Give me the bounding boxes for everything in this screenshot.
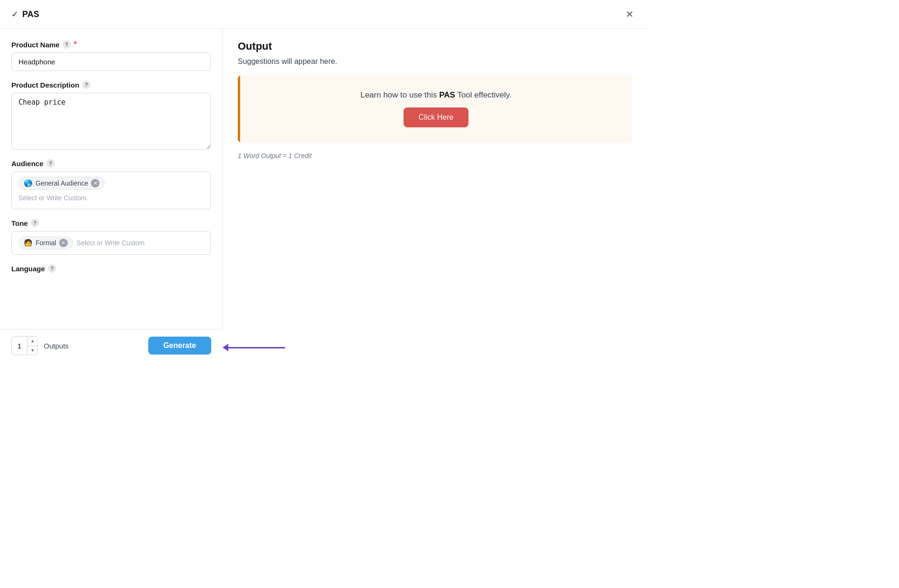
bottom-bar: 1 ▲ ▼ Outputs Generate — [0, 329, 223, 362]
audience-tag-emoji: 🌎 — [24, 179, 33, 187]
title-bar: ✓ PAS ✕ — [0, 0, 647, 29]
stepper-down-button[interactable]: ▼ — [27, 346, 37, 355]
right-panel: Output Suggestions will appear here. Lea… — [223, 29, 647, 362]
arrow-line — [228, 347, 285, 348]
page-title: PAS — [22, 9, 39, 19]
required-star: * — [74, 40, 77, 49]
language-section: Language ? — [11, 264, 211, 273]
tone-tag-formal: 🧑 Formal ✕ — [18, 236, 73, 249]
output-title: Output — [238, 40, 632, 53]
product-description-label-text: Product Description — [11, 81, 79, 89]
product-description-help-icon[interactable]: ? — [82, 80, 90, 89]
audience-label: Audience ? — [11, 159, 211, 168]
info-text-2: Tool effectively. — [455, 90, 512, 99]
product-name-label: Product Name ? * — [11, 40, 211, 49]
tone-help-icon[interactable]: ? — [31, 219, 39, 227]
info-box-text: Learn how to use this PAS Tool effective… — [360, 90, 512, 100]
main-layout: Product Name ? * Product Description ? C… — [0, 29, 647, 362]
tone-tag-emoji: 🧑 — [24, 239, 33, 247]
info-box: Learn how to use this PAS Tool effective… — [238, 75, 632, 143]
arrow-annotation — [223, 344, 285, 351]
product-name-label-text: Product Name — [11, 41, 60, 49]
audience-tags-row: 🌎 General Audience ✕ — [18, 177, 204, 190]
tone-field[interactable]: 🧑 Formal ✕ Select or Write Custom — [11, 231, 211, 255]
product-description-label: Product Description ? — [11, 80, 211, 89]
generate-button[interactable]: Generate — [148, 337, 211, 355]
info-box-content: Learn how to use this PAS Tool effective… — [240, 75, 632, 143]
arrow-head — [223, 344, 228, 351]
left-panel: Product Name ? * Product Description ? C… — [0, 29, 223, 362]
title-bar-left: ✓ PAS — [11, 9, 39, 19]
bottom-spacer — [11, 282, 211, 315]
product-name-help-icon[interactable]: ? — [63, 40, 71, 49]
audience-tag-text: General Audience — [36, 179, 88, 187]
language-label-text: Language — [11, 265, 45, 273]
outputs-value: 1 — [12, 342, 27, 350]
info-text-1: Learn how to use this — [360, 90, 439, 99]
tone-tag-text: Formal — [36, 239, 56, 247]
audience-section: Audience ? 🌎 General Audience ✕ Select o… — [11, 159, 211, 209]
tone-tag-remove-button[interactable]: ✕ — [59, 239, 68, 247]
audience-help-icon[interactable]: ? — [46, 159, 55, 168]
tone-label-text: Tone — [11, 219, 28, 227]
audience-tag-general: 🌎 General Audience ✕ — [18, 177, 105, 190]
click-here-button[interactable]: Click Here — [404, 107, 469, 127]
stepper-up-button[interactable]: ▲ — [27, 337, 37, 346]
product-name-section: Product Name ? * — [11, 40, 211, 71]
close-button[interactable]: ✕ — [624, 8, 636, 21]
outputs-stepper[interactable]: 1 ▲ ▼ — [11, 336, 38, 355]
product-name-input[interactable] — [11, 53, 211, 71]
info-text-bold: PAS — [439, 90, 455, 99]
credit-text: 1 Word Output = 1 Credit — [238, 152, 632, 160]
check-icon: ✓ — [11, 9, 18, 19]
suggestions-text: Suggestions will appear here. — [238, 57, 632, 66]
tone-label: Tone ? — [11, 219, 211, 227]
language-label: Language ? — [11, 264, 211, 273]
product-description-section: Product Description ? Cheap price — [11, 80, 211, 150]
stepper-arrows: ▲ ▼ — [27, 337, 37, 355]
tone-placeholder: Select or Write Custom — [77, 239, 145, 247]
tone-section: Tone ? 🧑 Formal ✕ Select or Write Custom — [11, 219, 211, 255]
audience-field[interactable]: 🌎 General Audience ✕ Select or Write Cus… — [11, 171, 211, 209]
audience-placeholder: Select or Write Custom — [18, 194, 87, 202]
audience-label-text: Audience — [11, 160, 44, 168]
product-description-input[interactable]: Cheap price — [11, 93, 211, 150]
language-help-icon[interactable]: ? — [48, 264, 56, 273]
outputs-label: Outputs — [44, 342, 69, 350]
audience-tag-remove-button[interactable]: ✕ — [91, 179, 99, 187]
